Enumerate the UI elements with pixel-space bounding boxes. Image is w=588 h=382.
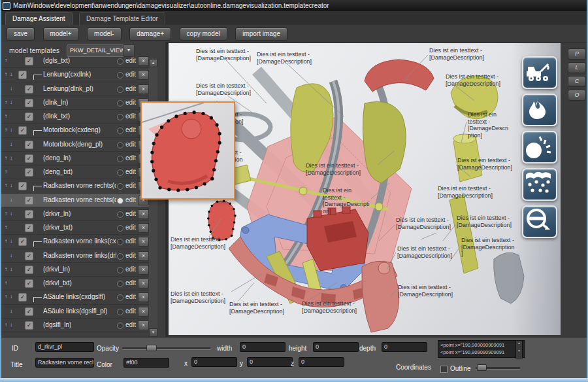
layer-row[interactable]: ↓✓Radkasten vorne rechts(drkvr_pl)editx (1, 194, 149, 207)
opacity-slider[interactable] (122, 347, 210, 350)
opacity-slider-thumb[interactable] (146, 345, 157, 351)
damage-annotation[interactable]: Dies ist ein testtext -[DamageDescriptio… (397, 245, 452, 259)
polygon-point-handle[interactable] (203, 182, 206, 185)
z-input[interactable]: 0 (299, 357, 344, 367)
delete-button[interactable]: x (138, 307, 149, 317)
damage-annotation[interactable]: Dies ist ein testtext -[DamageDescriptio… (461, 237, 515, 258)
title-input[interactable]: Radkasten vorne rech (35, 358, 94, 368)
visibility-checkbox[interactable]: ✓ (25, 224, 33, 232)
layer-row[interactable]: ↑↓✓(dlnk_ln)editx (1, 96, 149, 110)
edit-button[interactable]: edit (125, 71, 136, 78)
move-up-icon[interactable]: ↑ (5, 266, 7, 272)
select-radio[interactable] (117, 169, 123, 176)
polygon-point-handle[interactable] (154, 178, 157, 181)
select-radio[interactable] (117, 322, 123, 329)
visibility-checkbox[interactable]: ✓ (25, 57, 33, 65)
move-down-icon[interactable]: ↓ (10, 308, 12, 314)
select-radio[interactable] (117, 225, 123, 232)
visibility-checkbox[interactable]: ✓ (18, 126, 27, 135)
move-down-icon[interactable]: ↓ (10, 155, 12, 161)
id-input[interactable]: d_rkvr_pl (35, 342, 94, 352)
select-radio[interactable] (117, 156, 123, 162)
move-up-icon[interactable]: ↑ (5, 155, 7, 161)
visibility-checkbox[interactable]: ✓ (18, 237, 27, 246)
polygon-point-handle[interactable] (150, 150, 154, 154)
move-down-icon[interactable]: ↓ (10, 266, 12, 272)
visibility-checkbox[interactable]: ✓ (25, 321, 33, 330)
edit-button[interactable]: edit (125, 266, 136, 273)
damage-annotation[interactable]: Dies ist eintesttext -[DamageDescription… (468, 111, 508, 139)
damage-annotation[interactable]: Dies ist ein testtext -[DamageDescriptio… (429, 47, 484, 61)
polygon-point-handle[interactable] (174, 114, 178, 118)
visibility-checkbox[interactable]: ✓ (25, 196, 33, 205)
width-input[interactable]: 0 (240, 342, 286, 352)
move-up-icon[interactable]: ↑ (5, 127, 7, 133)
damage-annotation[interactable]: Dies ist ein testtext -[DamageDescriptio… (257, 51, 312, 65)
damage-annotation[interactable]: Dies ist ein testtext -[DamageDescriptio… (302, 300, 357, 314)
layer-row[interactable]: ↑↓✓(dgslfl_ln)editx (1, 319, 149, 332)
damage-annotation[interactable]: Dies ist ein testtext -[DamageDescriptio… (446, 73, 500, 87)
save-button[interactable]: save (7, 27, 35, 41)
visibility-checkbox[interactable]: ✓ (25, 252, 33, 260)
visibility-checkbox[interactable]: ✓ (25, 266, 33, 274)
layer-row[interactable]: ↑✓(drkvl_txt)editx (1, 277, 149, 290)
layer-row[interactable]: ↑✓(deng_txt)editx (1, 165, 149, 179)
delete-button[interactable]: x (138, 223, 149, 233)
move-down-icon[interactable]: ↓ (10, 238, 12, 244)
visibility-checkbox[interactable]: ✓ (25, 168, 33, 177)
move-up-icon[interactable]: ↑ (5, 58, 7, 63)
visibility-checkbox[interactable]: ✓ (18, 182, 27, 190)
scroll-down-icon[interactable]: ▼ (149, 328, 157, 337)
select-radio[interactable] (117, 253, 123, 260)
delete-button[interactable]: x (138, 279, 149, 288)
move-down-icon[interactable]: ↓ (10, 182, 12, 188)
scroll-up-icon[interactable]: ▲ (149, 59, 157, 67)
delete-button[interactable]: x (138, 56, 149, 66)
move-down-icon[interactable]: ↓ (10, 197, 12, 203)
select-radio[interactable] (117, 114, 123, 120)
damage-annotation[interactable]: Dies ist ein testtext -[DamageDescriptio… (306, 162, 361, 176)
move-down-icon[interactable]: ↓ (10, 99, 12, 105)
polygon-point-handle[interactable] (150, 160, 154, 164)
damage-annotation[interactable]: Dies ist eintesttext -[DamageDescription… (323, 187, 370, 215)
shape-tool-o[interactable]: O (568, 90, 586, 101)
tab-damage-template-editor[interactable]: Damage Template Editor (79, 12, 165, 26)
layer-row[interactable]: ↑↓✓Radkasten vorne links(cxdrkvl)editx (1, 235, 149, 249)
delete-button[interactable]: x (138, 84, 149, 94)
shape-tool-l[interactable]: L (568, 62, 586, 73)
damage-annotation[interactable]: xt -ion] (234, 111, 244, 125)
tab-damage-assistent[interactable]: Damage Assistent (5, 12, 73, 25)
model-minus-button[interactable]: model- (87, 27, 122, 41)
polygon-point-handle[interactable] (214, 159, 218, 162)
coordinates-scrollbar[interactable]: ▲▼ (515, 340, 523, 358)
visibility-checkbox[interactable]: ✓ (25, 99, 33, 107)
edit-button[interactable]: edit (125, 126, 136, 133)
polygon-point-handle[interactable] (155, 133, 158, 137)
move-down-icon[interactable]: ↓ (10, 294, 12, 300)
polygon-point-handle[interactable] (216, 150, 220, 153)
select-radio[interactable] (117, 183, 123, 190)
damage-annotation[interactable]: Dies ist ein testtext -[DamageDescriptio… (457, 215, 512, 228)
visibility-checkbox[interactable]: ✓ (25, 279, 33, 288)
delete-button[interactable]: x (138, 265, 149, 275)
edit-button[interactable]: edit (125, 307, 136, 315)
damage-annotation[interactable]: Dies ist ein testtext -[DamageDescriptio… (196, 82, 251, 96)
layer-row[interactable]: ↓✓ASäule links(dgslfl_pl)editx (1, 305, 149, 319)
edit-button[interactable]: edit (125, 293, 136, 300)
edit-button[interactable]: edit (125, 196, 136, 203)
visibility-checkbox[interactable]: ✓ (18, 71, 27, 79)
polygon-magnifier-popup[interactable] (140, 101, 235, 200)
move-up-icon[interactable]: ↑ (5, 182, 7, 188)
delete-button[interactable]: x (138, 251, 149, 261)
outline-slider-thumb[interactable] (477, 364, 487, 371)
delete-button[interactable]: x (138, 70, 149, 80)
move-up-icon[interactable]: ↑ (5, 99, 7, 105)
layer-row[interactable]: ↑↓✓Lenkung(cxdlnk)editx (1, 68, 149, 82)
fire-button[interactable] (522, 94, 557, 126)
layer-row[interactable]: ↓✓Radkasten vorne links(drkvl_pl)editx (1, 249, 149, 263)
height-input[interactable]: 0 (313, 342, 359, 352)
visibility-checkbox[interactable]: ✓ (25, 307, 33, 316)
move-up-icon[interactable]: ↑ (5, 224, 7, 230)
select-radio[interactable] (117, 267, 123, 273)
select-radio[interactable] (117, 72, 123, 78)
